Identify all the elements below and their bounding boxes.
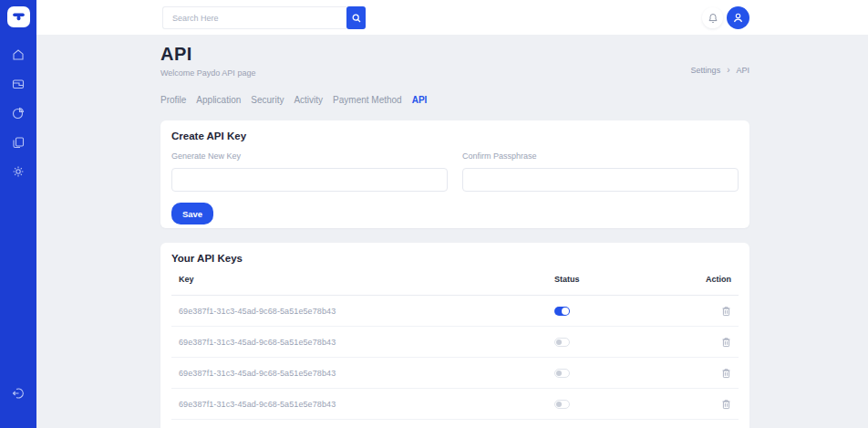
generate-new-key-field: Generate New Key: [171, 151, 448, 192]
topbar: [36, 0, 868, 35]
column-header-status: Status: [554, 275, 680, 284]
confirm-passphrase-input[interactable]: [462, 168, 739, 192]
generate-new-key-input[interactable]: [171, 168, 448, 192]
home-icon[interactable]: [11, 47, 26, 62]
api-key-value: 69e387f1-31c3-45ad-9c68-5a51e5e78b43: [179, 307, 554, 316]
table-row: 69e387f1-31c3-45ad-9c68-5a51e5e78b43: [171, 358, 739, 389]
create-api-key-card: Create API Key Generate New Key Confirm …: [160, 120, 749, 228]
documents-icon[interactable]: [11, 135, 26, 150]
paydo-logo[interactable]: [7, 6, 30, 27]
column-header-key: Key: [179, 275, 554, 284]
trash-icon: [721, 399, 731, 410]
delete-key-button[interactable]: [721, 368, 731, 379]
generate-new-key-label: Generate New Key: [171, 151, 448, 161]
search-input[interactable]: [162, 6, 346, 29]
breadcrumb: Settings › API: [691, 66, 749, 78]
trash-icon: [721, 306, 731, 317]
api-key-value: 69e387f1-31c3-45ad-9c68-5a51e5e78b43: [179, 369, 554, 378]
page-title-block: API Welcome Paydo API page: [160, 44, 255, 78]
confirm-passphrase-label: Confirm Passphrase: [462, 151, 739, 161]
delete-key-button[interactable]: [721, 399, 731, 410]
toggle-knob: [556, 402, 562, 407]
toggle-knob: [562, 308, 569, 315]
status-toggle[interactable]: [554, 307, 570, 316]
tab-security[interactable]: Security: [251, 95, 284, 107]
page-title: API: [160, 44, 255, 65]
create-api-key-title: Create API Key: [171, 130, 739, 141]
toggle-knob: [556, 339, 562, 345]
table-row: 69e387f1-31c3-45ad-9c68-5a51e5e78b43: [171, 389, 739, 420]
bell-icon: [708, 13, 718, 24]
breadcrumb-settings[interactable]: Settings: [691, 66, 721, 75]
toggle-knob: [556, 371, 562, 376]
wallet-icon[interactable]: [11, 77, 26, 91]
page-header: API Welcome Paydo API page Settings › AP…: [160, 44, 749, 78]
gear-icon[interactable]: [11, 164, 26, 179]
tab-payment-method[interactable]: Payment Method: [333, 95, 402, 107]
create-api-key-fields: Generate New Key Confirm Passphrase: [171, 151, 739, 192]
api-key-value: 69e387f1-31c3-45ad-9c68-5a51e5e78b43: [179, 338, 554, 347]
tab-profile[interactable]: Profile: [160, 95, 186, 107]
search-icon: [352, 14, 361, 23]
trash-icon: [721, 368, 731, 379]
content-area: API Welcome Paydo API page Settings › AP…: [160, 35, 749, 428]
page-subtitle: Welcome Paydo API page: [160, 68, 255, 78]
your-api-keys-title: Your API Keys: [171, 253, 739, 264]
trash-icon: [721, 337, 731, 348]
column-header-action: Action: [680, 275, 731, 284]
delete-key-button[interactable]: [721, 337, 731, 348]
table-row: 69e387f1-31c3-45ad-9c68-5a51e5e78b43: [171, 296, 739, 327]
search-bar: [162, 6, 366, 29]
logout-icon[interactable]: [11, 386, 26, 401]
tab-application[interactable]: Application: [196, 95, 241, 107]
api-keys-table-header: Key Status Action: [171, 266, 739, 296]
confirm-passphrase-field: Confirm Passphrase: [462, 151, 739, 192]
notifications-button[interactable]: [702, 7, 723, 28]
pie-chart-icon[interactable]: [11, 106, 26, 120]
chevron-right-icon: ›: [727, 66, 729, 75]
app-window: API Welcome Paydo API page Settings › AP…: [0, 0, 868, 428]
search-button[interactable]: [346, 6, 366, 29]
user-avatar-icon: [732, 12, 744, 24]
tab-api[interactable]: API: [412, 95, 428, 107]
delete-key-button[interactable]: [721, 306, 731, 317]
status-toggle[interactable]: [554, 400, 570, 409]
api-key-value: 69e387f1-31c3-45ad-9c68-5a51e5e78b43: [179, 400, 554, 409]
status-toggle[interactable]: [554, 369, 570, 378]
sidebar-nav: [11, 47, 26, 179]
sidebar: [0, 0, 36, 428]
settings-tabs: Profile Application Security Activity Pa…: [160, 95, 749, 107]
your-api-keys-card: Your API Keys Key Status Action 69e387f1…: [160, 243, 749, 428]
status-toggle[interactable]: [554, 338, 570, 347]
api-keys-table: Key Status Action 69e387f1-31c3-45ad-9c6…: [171, 266, 739, 420]
tab-activity[interactable]: Activity: [294, 95, 323, 107]
user-avatar[interactable]: [727, 6, 749, 29]
breadcrumb-current: API: [736, 66, 749, 75]
paydo-logo-glyph: [12, 11, 26, 23]
save-button[interactable]: Save: [171, 203, 213, 224]
table-row: 69e387f1-31c3-45ad-9c68-5a51e5e78b43: [171, 327, 739, 358]
